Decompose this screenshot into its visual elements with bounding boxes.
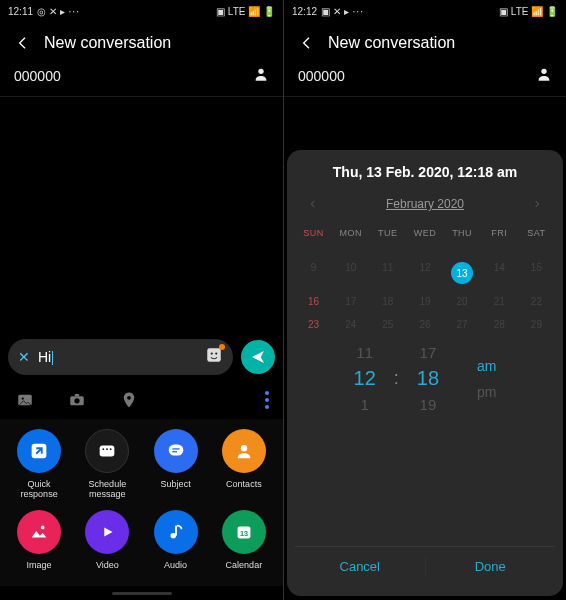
svg-point-14 <box>110 448 112 450</box>
more-options-icon[interactable] <box>265 391 269 409</box>
next-month-button[interactable] <box>527 194 547 214</box>
svg-marker-20 <box>105 527 113 536</box>
calendar-week: 9 10 11 12 13 14 15 <box>295 256 555 290</box>
attachment-grid: Quick response Schedule message Subject … <box>0 419 283 586</box>
status-right-icons: ▣ LTE 📶 🔋 <box>499 6 558 17</box>
back-button[interactable] <box>14 34 32 52</box>
calendar-day[interactable] <box>406 244 443 256</box>
schedule-message-item[interactable]: Schedule message <box>76 429 138 500</box>
clock: 12:11 <box>8 6 33 17</box>
calendar-day[interactable]: 10 <box>332 256 369 290</box>
done-button[interactable]: Done <box>426 547 556 586</box>
schedule-dialog: Thu, 13 Feb. 2020, 12:18 am February 202… <box>287 150 563 596</box>
calendar-day[interactable] <box>332 244 369 256</box>
calendar-day[interactable]: 9 <box>295 256 332 290</box>
time-picker[interactable]: 11 12 1 : 17 18 19 am pm <box>295 344 555 413</box>
hour-column[interactable]: 11 12 1 <box>354 344 376 413</box>
back-button[interactable] <box>298 34 316 52</box>
nav-bar <box>0 586 283 600</box>
calendar-day[interactable]: 25 <box>369 313 406 336</box>
time-colon: : <box>394 368 399 389</box>
calendar-day[interactable]: 19 <box>406 290 443 313</box>
calendar: SUN MON TUE WED THU FRI SAT <box>295 222 555 336</box>
calendar-day[interactable]: 22 <box>518 290 555 313</box>
conversation-body <box>0 97 283 333</box>
schedule-title: Thu, 13 Feb. 2020, 12:18 am <box>295 164 555 180</box>
calendar-day[interactable]: 16 <box>295 290 332 313</box>
screenshot-right: 12:12 ▣ ✕ ▸ ··· ▣ LTE 📶 🔋 New conversati… <box>283 0 566 600</box>
calendar-day[interactable] <box>481 244 518 256</box>
calendar-day[interactable] <box>518 244 555 256</box>
app-header: New conversation <box>284 22 566 60</box>
recipient-number: 000000 <box>298 68 345 84</box>
message-text: Hi <box>38 349 197 365</box>
svg-rect-15 <box>168 445 183 456</box>
calendar-week <box>295 244 555 256</box>
calendar-day[interactable]: 29 <box>518 313 555 336</box>
prev-month-button[interactable] <box>303 194 323 214</box>
month-nav: February 2020 <box>295 194 555 214</box>
contact-icon[interactable] <box>253 66 269 86</box>
svg-rect-17 <box>172 451 177 452</box>
svg-point-13 <box>106 448 108 450</box>
audio-item[interactable]: Audio <box>145 510 207 570</box>
sticker-icon[interactable] <box>205 346 223 368</box>
minute-column[interactable]: 17 18 19 <box>417 344 439 413</box>
month-label[interactable]: February 2020 <box>386 197 464 211</box>
video-item[interactable]: Video <box>76 510 138 570</box>
contacts-item[interactable]: Contacts <box>213 429 275 500</box>
location-icon[interactable] <box>118 389 140 411</box>
svg-point-7 <box>74 398 79 403</box>
message-input[interactable]: ✕ Hi <box>8 339 233 375</box>
svg-text:13: 13 <box>240 528 248 537</box>
status-more: ··· <box>353 6 364 17</box>
calendar-day[interactable]: 15 <box>518 256 555 290</box>
camera-icon[interactable] <box>66 389 88 411</box>
calendar-day[interactable]: 20 <box>444 290 481 313</box>
send-button[interactable] <box>241 340 275 374</box>
calendar-day[interactable]: 23 <box>295 313 332 336</box>
recipient-number: 000000 <box>14 68 61 84</box>
cancel-button[interactable]: Cancel <box>295 547 425 586</box>
calendar-day[interactable]: 27 <box>444 313 481 336</box>
recipient-row[interactable]: 000000 <box>0 60 283 97</box>
svg-rect-16 <box>172 448 179 449</box>
svg-point-26 <box>541 69 546 74</box>
calendar-day[interactable] <box>295 244 332 256</box>
svg-point-19 <box>41 525 45 529</box>
svg-point-12 <box>103 448 105 450</box>
status-bar: 12:12 ▣ ✕ ▸ ··· ▣ LTE 📶 🔋 <box>284 0 566 22</box>
status-left-icons: ◎ ✕ ▸ <box>37 6 65 17</box>
calendar-item[interactable]: 13 Calendar <box>213 510 275 570</box>
calendar-day[interactable]: 18 <box>369 290 406 313</box>
quick-response-item[interactable]: Quick response <box>8 429 70 500</box>
calendar-day[interactable]: 11 <box>369 256 406 290</box>
calendar-day[interactable] <box>444 244 481 256</box>
subject-item[interactable]: Subject <box>145 429 207 500</box>
screenshot-left: 12:11 ◎ ✕ ▸ ··· ▣ LTE 📶 🔋 New conversati… <box>0 0 283 600</box>
svg-rect-22 <box>175 525 177 535</box>
recipient-row[interactable]: 000000 <box>284 60 566 97</box>
calendar-day[interactable]: 21 <box>481 290 518 313</box>
calendar-week: 23 24 25 26 27 28 29 <box>295 313 555 336</box>
svg-point-0 <box>258 69 263 74</box>
calendar-day[interactable]: 24 <box>332 313 369 336</box>
calendar-day[interactable]: 14 <box>481 256 518 290</box>
status-bar: 12:11 ◎ ✕ ▸ ··· ▣ LTE 📶 🔋 <box>0 0 283 22</box>
image-item[interactable]: Image <box>8 510 70 570</box>
calendar-day[interactable]: 28 <box>481 313 518 336</box>
svg-rect-8 <box>75 394 80 396</box>
contact-icon[interactable] <box>536 66 552 86</box>
calendar-day-selected[interactable]: 13 <box>444 256 481 290</box>
dialog-buttons: Cancel Done <box>295 546 555 586</box>
calendar-day[interactable]: 12 <box>406 256 443 290</box>
calendar-day[interactable]: 26 <box>406 313 443 336</box>
clear-input-icon[interactable]: ✕ <box>18 349 30 365</box>
calendar-week: 16 17 18 19 20 21 22 <box>295 290 555 313</box>
attachment-strip <box>0 381 283 419</box>
calendar-day[interactable] <box>369 244 406 256</box>
gallery-icon[interactable] <box>14 389 36 411</box>
svg-point-18 <box>241 445 247 451</box>
ampm-column[interactable]: am pm <box>477 358 496 400</box>
calendar-day[interactable]: 17 <box>332 290 369 313</box>
